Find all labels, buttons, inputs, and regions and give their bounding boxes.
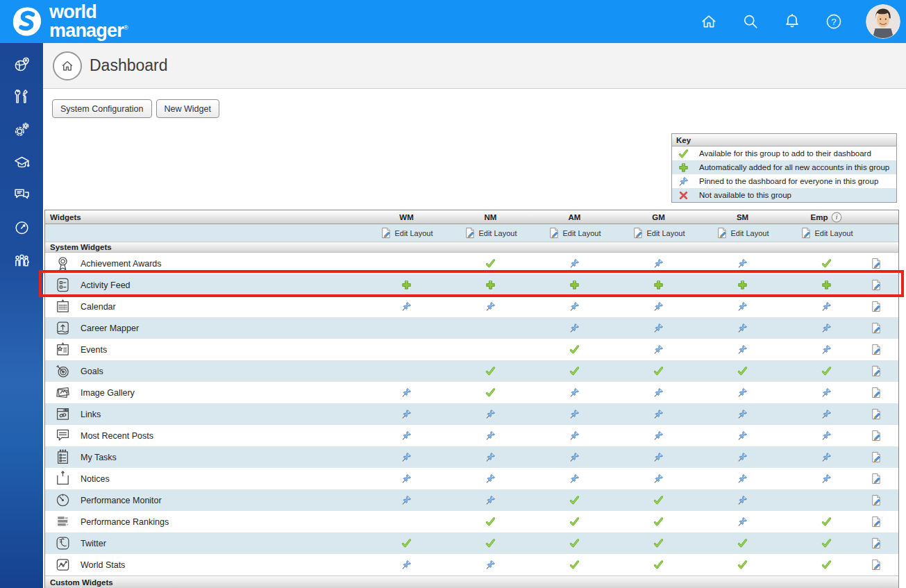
- status-am-check[interactable]: [532, 516, 616, 527]
- emp-info-icon[interactable]: i: [831, 212, 842, 223]
- row-edit-cell[interactable]: [869, 344, 898, 355]
- row-edit-cell[interactable]: [869, 473, 898, 485]
- status-wm-pin[interactable]: [364, 495, 448, 505]
- row-edit-cell[interactable]: [869, 279, 898, 291]
- row-edit-cell[interactable]: [869, 322, 898, 334]
- status-gm-pin[interactable]: [616, 344, 701, 355]
- status-gm-pin[interactable]: [616, 323, 701, 333]
- status-wm-pin[interactable]: [364, 430, 448, 441]
- status-emp-pin[interactable]: [785, 430, 869, 441]
- status-wm-pin[interactable]: [364, 473, 448, 484]
- status-sm-pin[interactable]: [701, 258, 785, 269]
- sidebar-item-training[interactable]: [0, 146, 43, 178]
- status-emp-pin[interactable]: [785, 409, 869, 419]
- edit-layout-gm[interactable]: Edit Layout: [616, 227, 701, 239]
- search-button[interactable]: [741, 12, 760, 31]
- status-am-pin[interactable]: [532, 258, 616, 269]
- status-nm-check[interactable]: [448, 387, 532, 398]
- status-gm-pin[interactable]: [616, 473, 701, 484]
- user-avatar[interactable]: [866, 4, 900, 39]
- status-am-plus[interactable]: [532, 280, 616, 290]
- status-nm-check[interactable]: [448, 258, 532, 269]
- sidebar-item-settings[interactable]: [0, 113, 43, 146]
- status-gm-check[interactable]: [616, 538, 701, 548]
- status-gm-pin[interactable]: [616, 430, 701, 441]
- status-nm-pin[interactable]: [448, 495, 532, 505]
- system-configuration-button[interactable]: System Configuration: [52, 99, 152, 118]
- row-edit-cell[interactable]: [869, 387, 898, 398]
- edit-layout-sm[interactable]: Edit Layout: [701, 227, 785, 239]
- row-edit-cell[interactable]: [869, 365, 898, 377]
- edit-layout-am[interactable]: Edit Layout: [532, 227, 616, 239]
- status-nm-check[interactable]: [448, 366, 532, 376]
- status-wm-pin[interactable]: [364, 560, 448, 570]
- status-emp-check[interactable]: [785, 258, 869, 269]
- status-sm-check[interactable]: [701, 366, 785, 376]
- status-sm-check[interactable]: [701, 560, 785, 570]
- row-edit-cell[interactable]: [869, 258, 898, 269]
- status-am-check[interactable]: [532, 366, 616, 376]
- status-nm-check[interactable]: [448, 516, 532, 527]
- status-emp-pin[interactable]: [785, 301, 869, 312]
- status-am-pin[interactable]: [532, 387, 616, 398]
- status-am-check[interactable]: [532, 495, 616, 505]
- edit-layout-emp[interactable]: Edit Layout: [785, 227, 869, 239]
- sidebar-item-tools[interactable]: [0, 81, 43, 113]
- status-nm-check[interactable]: [448, 538, 532, 548]
- status-wm-pin[interactable]: [364, 301, 448, 312]
- row-edit-cell[interactable]: [869, 559, 898, 571]
- status-am-pin[interactable]: [532, 452, 616, 462]
- home-button[interactable]: [699, 12, 719, 31]
- status-emp-check[interactable]: [785, 366, 869, 376]
- status-emp-pin[interactable]: [785, 344, 869, 355]
- app-logo[interactable]: world manager®: [11, 4, 128, 39]
- row-edit-cell[interactable]: [869, 537, 898, 549]
- status-wm-pin[interactable]: [364, 452, 448, 462]
- row-edit-cell[interactable]: [869, 301, 898, 312]
- status-am-pin[interactable]: [532, 409, 616, 419]
- status-am-pin[interactable]: [532, 323, 616, 333]
- status-sm-check[interactable]: [701, 538, 785, 548]
- status-am-check[interactable]: [532, 560, 616, 570]
- status-nm-pin[interactable]: [448, 430, 532, 441]
- status-sm-pin[interactable]: [701, 430, 785, 441]
- edit-layout-nm[interactable]: Edit Layout: [448, 227, 532, 239]
- new-widget-button[interactable]: New Widget: [156, 99, 219, 118]
- row-edit-cell[interactable]: [869, 494, 898, 506]
- status-emp-check[interactable]: [785, 538, 869, 548]
- status-am-check[interactable]: [532, 344, 616, 355]
- status-sm-pin[interactable]: [701, 409, 785, 419]
- status-gm-pin[interactable]: [616, 258, 701, 269]
- sidebar-item-messages[interactable]: [0, 178, 43, 211]
- status-am-check[interactable]: [532, 538, 616, 548]
- status-gm-pin[interactable]: [616, 409, 701, 419]
- status-gm-check[interactable]: [616, 495, 701, 505]
- edit-layout-wm[interactable]: Edit Layout: [364, 227, 448, 239]
- status-nm-pin[interactable]: [448, 560, 532, 570]
- status-nm-pin[interactable]: [448, 452, 532, 462]
- status-sm-pin[interactable]: [701, 495, 785, 505]
- status-emp-plus[interactable]: [785, 280, 869, 290]
- sidebar-item-people[interactable]: [0, 244, 43, 276]
- status-gm-check[interactable]: [616, 516, 701, 527]
- status-sm-pin[interactable]: [701, 387, 785, 398]
- status-wm-plus[interactable]: [364, 280, 448, 290]
- status-nm-pin[interactable]: [448, 301, 532, 312]
- status-sm-pin[interactable]: [701, 516, 785, 527]
- status-emp-pin[interactable]: [785, 452, 869, 462]
- row-edit-cell[interactable]: [869, 430, 898, 442]
- status-wm-pin[interactable]: [364, 387, 448, 398]
- status-wm-check[interactable]: [364, 538, 448, 548]
- status-gm-plus[interactable]: [616, 280, 701, 290]
- status-emp-pin[interactable]: [785, 387, 869, 398]
- help-button[interactable]: ?: [824, 12, 844, 31]
- status-sm-pin[interactable]: [701, 452, 785, 462]
- status-am-pin[interactable]: [532, 473, 616, 484]
- status-gm-check[interactable]: [616, 366, 701, 376]
- sidebar-item-world[interactable]: [0, 48, 43, 81]
- status-gm-pin[interactable]: [616, 452, 701, 462]
- row-edit-cell[interactable]: [869, 408, 898, 420]
- status-sm-pin[interactable]: [701, 473, 785, 484]
- status-emp-pin[interactable]: [785, 473, 869, 484]
- status-am-pin[interactable]: [532, 301, 616, 312]
